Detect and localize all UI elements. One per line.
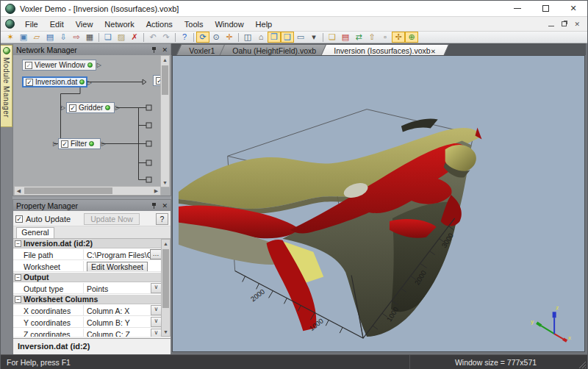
orthographic-view-button[interactable]: ❑ [281, 32, 294, 43]
rotate-trackball-button[interactable]: ⟳ [196, 32, 209, 43]
auto-update-checkbox[interactable]: ✓ [15, 215, 23, 223]
section-header[interactable]: − Worksheet Columns [13, 295, 162, 304]
network-horizontal-scrollbar[interactable]: ◀ ▶ [14, 186, 161, 196]
pin-icon[interactable] [151, 202, 157, 209]
menu-file[interactable]: File [19, 18, 44, 30]
collapse-icon[interactable]: − [15, 274, 21, 281]
node-checkbox[interactable]: ✓ [26, 79, 33, 86]
menu-actions[interactable]: Actions [140, 18, 179, 30]
property-manager-header: Property Manager ✕ [13, 200, 171, 211]
move-up-button[interactable]: ⇧ [365, 32, 379, 43]
menu-view[interactable]: View [70, 18, 99, 30]
node-inversion-dat[interactable]: ✓ Inversion.dat ▷ [22, 76, 87, 87]
undo-button[interactable]: ↶ [146, 32, 159, 43]
minimize-button[interactable] [503, 1, 531, 16]
close-panel-icon[interactable]: ✕ [162, 202, 168, 209]
status-bar: For Help, press F1 Window size = 777x571 [1, 354, 587, 369]
output-arrow-icon[interactable]: ▷ [101, 140, 106, 147]
menu-tools[interactable]: Tools [179, 18, 209, 30]
output-type-select[interactable]: Points∨ [84, 283, 162, 293]
input-arrow-icon[interactable]: ▷ [61, 104, 65, 111]
x-coordinates-select[interactable]: Column A: X∨ [84, 305, 162, 315]
save-file-button[interactable]: ▤ [43, 32, 57, 43]
close-button[interactable]: ✕ [559, 1, 587, 16]
dropdown-icon[interactable]: ∨ [151, 329, 162, 337]
toolbar-separator [193, 33, 194, 42]
section-header[interactable]: − Inversion.dat (id:2) [13, 239, 162, 248]
redo-button[interactable]: ↷ [159, 32, 173, 43]
zoom-tool-button[interactable]: ⊙ [209, 32, 223, 43]
perspective-view-button[interactable]: ❒ [268, 32, 281, 43]
reload-data-button[interactable]: ⇄ [352, 32, 365, 43]
dropdown-icon[interactable]: ∨ [151, 317, 162, 327]
menu-network[interactable]: Network [98, 18, 140, 30]
menu-edit[interactable]: Edit [44, 18, 70, 30]
child-restore-button[interactable] [562, 21, 567, 26]
node-gridder[interactable]: ▷ ✓ Gridder ▷ [66, 102, 115, 113]
document-tab-2[interactable]: Oahu (HeightField).voxb [220, 44, 330, 55]
output-arrow-icon[interactable]: ▷ [87, 79, 92, 86]
import-file-button[interactable]: ⇩ [57, 32, 70, 43]
output-arrow-icon[interactable]: ▷ [115, 104, 120, 111]
print-button[interactable]: ▦ [83, 32, 96, 43]
node-viewer-window[interactable]: ✓ Viewer Window ▷ [22, 60, 96, 71]
new-module-button[interactable]: ▣ [17, 32, 30, 43]
add-module-button[interactable]: ⊕ [405, 32, 418, 43]
wireframe-view-button[interactable]: ▭ [294, 32, 307, 43]
update-now-button[interactable]: Update Now [84, 213, 140, 225]
z-coordinates-select[interactable]: Column C: Z∨ [84, 329, 162, 337]
tab-label: Inversion (Isosurfaces).voxb✕ [334, 46, 435, 55]
input-arrow-icon[interactable]: ▷ [53, 140, 57, 147]
dropdown-icon[interactable]: ∨ [151, 305, 162, 315]
document-tab-3[interactable]: Inversion (Isosurfaces).voxb✕ [321, 44, 450, 55]
network-canvas[interactable]: ✓ Viewer Window ▷ ✓ Inversion.dat ▷ ▷ ✓ [13, 55, 161, 187]
menu-help[interactable]: Help [250, 18, 279, 30]
y-coordinates-select[interactable]: Column B: Y∨ [84, 317, 162, 327]
copy-button[interactable]: ❏ [101, 32, 115, 43]
viewport-3d[interactable]: 2000 1000 1000 2000 3000 z y [172, 55, 585, 352]
help-button[interactable]: ? [156, 213, 168, 225]
export-file-button[interactable]: ⇨ [70, 32, 83, 43]
resize-grip[interactable] [578, 361, 586, 368]
property-grid: − Inversion.dat (id:2) File path C:\Prog… [13, 239, 171, 337]
network-vertical-scrollbar[interactable]: ▲ ▼ [160, 55, 170, 187]
home-view-button[interactable]: ⌂ [254, 32, 268, 43]
tab-general[interactable]: General [16, 227, 54, 238]
paste-button[interactable]: ▨ [115, 32, 128, 43]
section-header[interactable]: − Output [13, 273, 162, 282]
edit-worksheet-button[interactable]: Edit Worksheet [87, 262, 148, 271]
property-row: X coordinates Column A: X∨ [13, 305, 162, 316]
collapse-icon[interactable]: − [15, 296, 21, 303]
pin-icon[interactable] [151, 46, 157, 54]
child-close-button[interactable]: ✕ [574, 21, 580, 28]
collapse-icon[interactable]: − [15, 240, 21, 247]
view-dropdown-button[interactable]: ▾ [307, 32, 320, 43]
help-pointer-button[interactable]: ? [178, 32, 191, 43]
copy-image-button[interactable]: ❏ [326, 32, 339, 43]
node-checkbox[interactable]: ✓ [69, 104, 76, 112]
output-arrow-icon[interactable]: ▷ [97, 62, 101, 68]
browse-button[interactable]: … [150, 249, 162, 259]
node-filter[interactable]: ▷ ✓ Filter ▷ [58, 138, 101, 149]
new-network-button[interactable]: ✶ [4, 32, 17, 43]
dropdown-icon[interactable]: ∨ [151, 283, 162, 293]
file-path-value[interactable]: C:\Program Files\Golden...… [84, 249, 162, 259]
property-grid-scrollbar[interactable]: ▲ ▼ [161, 239, 171, 337]
show-axes-button[interactable]: ✢ [392, 32, 405, 43]
pan-tool-button[interactable]: ✛ [223, 32, 236, 43]
left-panels: Module Manager Network Manager ✕ [1, 43, 171, 354]
maximize-button[interactable] [531, 1, 559, 16]
close-panel-icon[interactable]: ✕ [162, 46, 168, 54]
node-checkbox[interactable]: ✓ [25, 62, 32, 69]
module-manager-tab[interactable]: Module Manager [1, 45, 12, 127]
selection-box-button[interactable]: ▫ [379, 32, 392, 43]
menu-window[interactable]: Window [209, 18, 249, 30]
zoom-extents-button[interactable]: ◫ [241, 32, 254, 43]
node-checkbox[interactable]: ✓ [61, 140, 68, 148]
open-file-button[interactable]: ▱ [30, 32, 43, 43]
child-minimize-button[interactable] [548, 22, 554, 26]
tab-close-icon[interactable]: ✕ [431, 48, 436, 55]
save-image-button[interactable]: ▤ [339, 32, 352, 43]
delete-button[interactable]: ✗ [128, 32, 141, 43]
network-menu-icon[interactable] [5, 19, 15, 29]
